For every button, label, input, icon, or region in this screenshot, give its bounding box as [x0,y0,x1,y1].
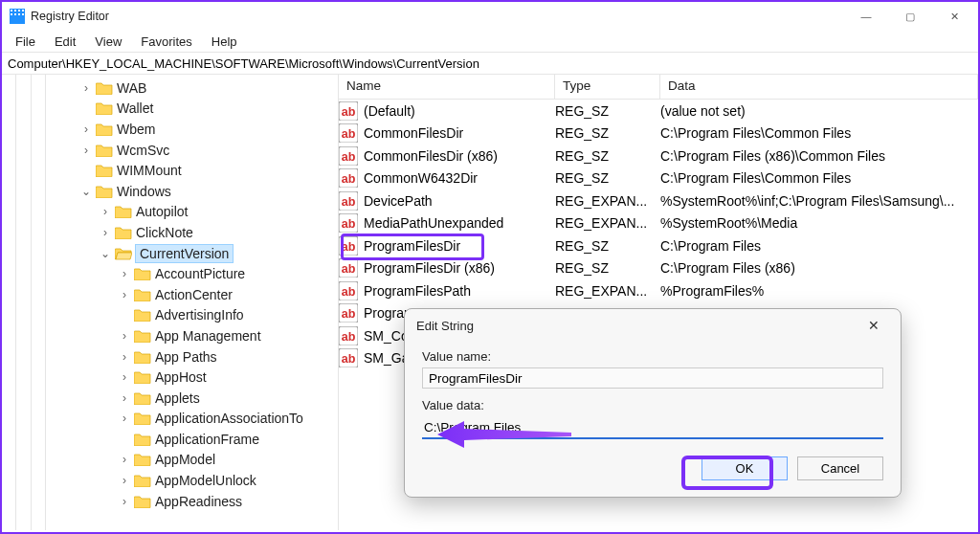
chevron-right-icon[interactable]: › [78,122,94,136]
cancel-button[interactable]: Cancel [797,456,883,480]
chevron-right-icon[interactable]: › [117,391,132,405]
chevron-right-icon[interactable]: › [117,350,132,364]
chevron-right-icon[interactable]: › [78,81,94,95]
chevron-right-icon[interactable]: › [117,495,132,508]
cell-type: REG_SZ [549,148,655,164]
svg-rect-5 [11,13,12,15]
chevron-right-icon[interactable]: › [117,288,132,301]
list-row[interactable]: abCommonW6432DirREG_SZC:\Program Files\C… [339,167,978,190]
chevron-down-icon[interactable]: ⌄ [78,185,94,198]
svg-text:ab: ab [342,262,356,276]
tree-node-label: Applets [155,390,200,406]
cell-data: (value not set) [655,103,978,119]
svg-rect-6 [14,13,16,15]
menu-file[interactable]: File [6,33,45,51]
folder-icon [115,205,132,218]
address-path: Computer\HKEY_LOCAL_MACHINE\SOFTWARE\Mic… [8,56,479,71]
folder-icon [134,495,151,508]
cell-name: CommonW6432Dir [358,170,549,186]
chevron-right-icon[interactable]: › [117,412,132,425]
edit-string-dialog: Edit String ✕ Value name: Value data: OK… [404,308,902,498]
list-row[interactable]: abProgramFilesDir (x86)REG_SZC:\Program … [339,257,978,280]
tree-node-label: Autopilot [136,204,188,219]
cell-name: ProgramFilesPath [358,283,549,299]
value-name-field[interactable] [422,367,883,389]
svg-text:ab: ab [342,330,356,344]
folder-icon [96,122,113,136]
cell-data: %ProgramFiles% [655,283,978,299]
tree-node-label: WIMMount [117,163,182,178]
maximize-button[interactable]: ▢ [888,2,932,31]
cell-data: C:\Program Files (x86) [655,260,978,276]
annotation-arrow-icon [437,421,571,448]
cell-name: CommonFilesDir [358,125,549,141]
folder-icon [134,433,151,446]
dialog-close-button[interactable]: ✕ [858,318,889,333]
address-bar[interactable]: Computer\HKEY_LOCAL_MACHINE\SOFTWARE\Mic… [2,52,978,75]
list-row[interactable]: ab(Default)REG_SZ(value not set) [339,100,978,122]
tree-node-label: AppModel [155,452,215,467]
chevron-right-icon[interactable]: › [117,329,132,343]
tree-node-label: App Management [155,328,261,344]
menu-edit[interactable]: Edit [45,33,85,51]
list-row[interactable]: abProgramFilesPathREG_EXPAN...%ProgramFi… [339,279,978,302]
list-row[interactable]: abDevicePathREG_EXPAN...%SystemRoot%\inf… [339,189,978,212]
folder-icon [134,474,151,487]
cell-name: DevicePath [358,193,549,209]
tree-node-label: AccountPicture [155,266,245,281]
cell-name: CommonFilesDir (x86) [358,148,549,164]
tree-pane[interactable]: ›WABWallet›Wbem›WcmSvcWIMMount⌄Windows›A… [2,75,339,530]
chevron-right-icon[interactable]: › [117,267,132,280]
tree-node-label: ApplicationAssociationTo [155,411,303,426]
col-type[interactable]: Type [555,75,660,99]
string-value-icon: ab [339,236,358,256]
folder-icon [134,412,151,425]
tree-node-label: App Paths [155,349,217,365]
string-value-icon: ab [339,123,358,143]
svg-text:ab: ab [342,172,356,186]
chevron-right-icon[interactable]: › [117,370,132,384]
tree-node-label: WAB [117,80,146,96]
tree-node-label: CurrentVersion [136,245,233,262]
col-name[interactable]: Name [339,75,555,99]
svg-marker-33 [437,421,571,448]
list-row[interactable]: abMediaPathUnexpandedREG_EXPAN...%System… [339,212,978,235]
string-value-icon: ab [339,348,358,367]
folder-icon [96,185,113,198]
svg-text:ab: ab [342,240,356,254]
chevron-right-icon[interactable]: › [78,144,94,157]
tree-node-label: Wallet [117,100,153,116]
svg-text:ab: ab [342,307,356,321]
ok-button[interactable]: OK [702,456,788,480]
list-header: Name Type Data [339,75,978,100]
folder-icon [134,350,151,364]
col-data[interactable]: Data [660,75,978,99]
folder-icon [134,391,151,405]
cell-type: REG_SZ [549,125,655,141]
chevron-down-icon[interactable]: ⌄ [98,247,113,260]
folder-icon [96,164,113,177]
cell-type: REG_SZ [549,103,655,119]
window-title: Registry Editor [31,10,109,23]
svg-rect-3 [18,10,20,11]
list-row[interactable]: abProgramFilesDirREG_SZC:\Program Files [339,234,978,257]
list-row[interactable]: abCommonFilesDir (x86)REG_SZC:\Program F… [339,145,978,167]
string-value-icon: ab [339,213,358,233]
tree-node-label: Windows [117,184,171,199]
cell-type: REG_SZ [549,170,655,186]
close-button[interactable]: ✕ [932,2,976,31]
folder-icon [96,101,113,115]
cell-data: %SystemRoot%\Media [655,215,978,231]
cell-data: C:\Program Files\Common Files [655,170,978,186]
chevron-right-icon[interactable]: › [117,453,132,466]
list-row[interactable]: abCommonFilesDirREG_SZC:\Program Files\C… [339,122,978,145]
chevron-right-icon[interactable]: › [117,474,132,487]
menu-view[interactable]: View [85,33,131,51]
chevron-right-icon[interactable]: › [98,205,113,218]
menu-help[interactable]: Help [202,33,247,51]
cell-name: ProgramFilesDir [358,238,549,254]
folder-icon [134,329,151,343]
menu-favorites[interactable]: Favorites [131,33,201,51]
minimize-button[interactable]: — [844,2,888,31]
chevron-right-icon[interactable]: › [98,226,113,239]
